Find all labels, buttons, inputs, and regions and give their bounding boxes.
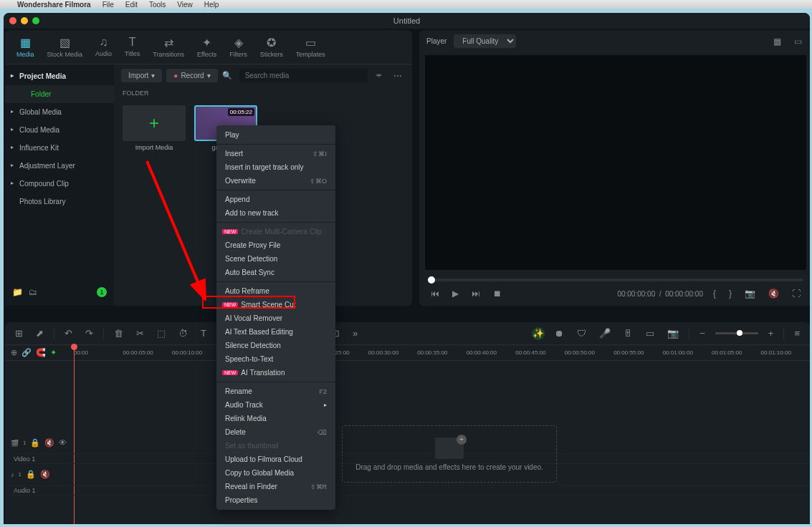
- menu-smart-scene-cut[interactable]: NEWSmart Scene Cut: [216, 298, 335, 311]
- ai-button[interactable]: ✨: [532, 327, 545, 340]
- sidebar-global-media[interactable]: Global Media: [5, 103, 114, 121]
- magnet-icon[interactable]: 🧲: [36, 348, 46, 357]
- tab-filters[interactable]: ◈Filters: [229, 36, 247, 58]
- timeline-dropzone[interactable]: Drag and drop media and effects here to …: [342, 425, 557, 483]
- close-button[interactable]: [9, 17, 16, 24]
- playback-scrubber[interactable]: [428, 279, 803, 281]
- menu-insert-target[interactable]: Insert in target track only: [216, 160, 335, 174]
- menu-auto-reframe[interactable]: Auto Reframe: [216, 284, 335, 298]
- zoom-slider[interactable]: [715, 332, 758, 334]
- undo-icon[interactable]: ↶: [62, 327, 75, 340]
- mic-icon[interactable]: 🎤: [596, 327, 613, 340]
- volume-icon[interactable]: 🔇: [765, 287, 782, 300]
- zoom-in-icon[interactable]: +: [765, 327, 777, 340]
- display-settings-icon[interactable]: ▭: [791, 35, 805, 48]
- expand-tools-icon[interactable]: »: [350, 327, 360, 340]
- new-folder-icon[interactable]: 📁: [12, 287, 23, 297]
- text-icon[interactable]: T: [198, 327, 209, 340]
- sidebar-project-media[interactable]: Project Media: [5, 67, 114, 85]
- maximize-button[interactable]: [32, 17, 39, 24]
- track-add-icon[interactable]: ⊕: [11, 348, 17, 357]
- crop-icon[interactable]: ⬚: [154, 327, 168, 340]
- menu-upload-cloud[interactable]: Upload to Filmora Cloud: [216, 453, 335, 466]
- track-link-icon[interactable]: 🔗: [22, 348, 32, 357]
- render-icon[interactable]: ▭: [643, 327, 657, 340]
- menu-help[interactable]: Help: [204, 1, 219, 9]
- tab-templates[interactable]: ▭Templates: [296, 36, 325, 58]
- new-bin-icon[interactable]: 🗂: [29, 287, 37, 297]
- menu-reveal-finder[interactable]: Reveal in Finder⇧⌘R: [216, 480, 335, 493]
- split-icon[interactable]: ✂: [133, 327, 147, 340]
- timeline-ruler[interactable]: ⊕ 🔗 🧲 ✦ 00:00 00:00:05:00 00:00:10:00 00…: [5, 345, 810, 361]
- menu-ai-translation[interactable]: NEWAI Translation: [216, 366, 335, 379]
- snapshot-icon[interactable]: 📷: [742, 287, 758, 300]
- mute-icon[interactable]: 🔇: [40, 470, 50, 479]
- tab-titles[interactable]: TTitles: [125, 36, 140, 58]
- menu-rename[interactable]: RenameF2: [216, 385, 335, 398]
- filter-icon[interactable]: ⫧: [372, 69, 386, 82]
- menu-play[interactable]: Play: [216, 128, 335, 142]
- speed-icon[interactable]: ⏱: [176, 327, 191, 340]
- menu-copy-global[interactable]: Copy to Global Media: [216, 466, 335, 480]
- menu-view[interactable]: View: [177, 1, 193, 9]
- sidebar-cloud-media[interactable]: Cloud Media: [5, 121, 114, 139]
- visible-icon[interactable]: 👁: [59, 438, 67, 448]
- preview-viewport[interactable]: [425, 55, 806, 270]
- menu-tools[interactable]: Tools: [149, 1, 166, 9]
- menu-properties[interactable]: Properties: [216, 493, 335, 507]
- tab-media[interactable]: ▦Media: [16, 36, 34, 58]
- menu-delete[interactable]: Delete⌫: [216, 425, 335, 439]
- menu-ai-text-editing[interactable]: AI Text Based Editing: [216, 325, 335, 339]
- menu-silence-detection[interactable]: Silence Detection: [216, 339, 335, 352]
- tab-stickers[interactable]: ✪Stickers: [260, 36, 283, 58]
- menu-relink-media[interactable]: Relink Media: [216, 412, 335, 425]
- app-name[interactable]: Wondershare Filmora: [17, 1, 91, 9]
- play-button[interactable]: ▶: [449, 287, 462, 300]
- shield-icon[interactable]: 🛡: [574, 327, 589, 340]
- sidebar-folder[interactable]: Folder: [5, 85, 114, 103]
- fullscreen-icon[interactable]: ⛶: [789, 287, 803, 300]
- tab-audio[interactable]: ♫Audio: [95, 36, 112, 58]
- tab-effects[interactable]: ✦Effects: [197, 36, 216, 58]
- menu-auto-beat-sync[interactable]: Auto Beat Sync: [216, 266, 335, 279]
- menu-insert[interactable]: Insert⇧⌘I: [216, 147, 335, 160]
- import-media-tile[interactable]: + Import Media: [123, 105, 186, 151]
- next-frame-button[interactable]: ⏭: [469, 287, 483, 300]
- mark-out-icon[interactable]: }: [726, 287, 735, 300]
- minimize-button[interactable]: [21, 17, 28, 24]
- pointer-icon[interactable]: ⬈: [33, 327, 47, 340]
- tab-transitions[interactable]: ⇄Transitions: [153, 36, 184, 58]
- compare-view-icon[interactable]: ▦: [770, 35, 784, 48]
- layout-icon[interactable]: ⊞: [12, 327, 26, 340]
- menu-append[interactable]: Append: [216, 193, 335, 206]
- redo-icon[interactable]: ↷: [82, 327, 96, 340]
- more-icon[interactable]: ⋯: [391, 69, 405, 82]
- sidebar-adjustment-layer[interactable]: Adjustment Layer: [5, 157, 114, 175]
- tab-stock-media[interactable]: ▧Stock Media: [47, 36, 83, 58]
- notification-badge[interactable]: 1: [97, 287, 107, 297]
- stop-button[interactable]: ⏹: [490, 287, 505, 300]
- record-button[interactable]: ● Record ▾: [166, 69, 217, 82]
- menu-edit[interactable]: Edit: [125, 1, 138, 9]
- snap-icon[interactable]: ✦: [50, 348, 57, 357]
- menu-ai-vocal-remover[interactable]: AI Vocal Remover: [216, 311, 335, 325]
- mute-icon[interactable]: 🔇: [44, 438, 54, 448]
- zoom-out-icon[interactable]: −: [697, 327, 708, 340]
- snapshot2-icon[interactable]: 📷: [664, 327, 682, 340]
- quality-dropdown[interactable]: Full Quality: [454, 34, 516, 48]
- menu-proxy[interactable]: Create Proxy File: [216, 238, 335, 252]
- menu-speech-to-text[interactable]: Speech-to-Text: [216, 352, 335, 366]
- menu-file[interactable]: File: [102, 1, 114, 9]
- menu-add-new-track[interactable]: Add to new track: [216, 206, 335, 220]
- mixer-icon[interactable]: 🎚: [621, 327, 636, 340]
- import-button[interactable]: Import ▾: [121, 69, 162, 82]
- mark-in-icon[interactable]: {: [710, 287, 719, 300]
- view-options-icon[interactable]: ≡: [791, 327, 803, 340]
- prev-frame-button[interactable]: ⏮: [428, 287, 442, 300]
- menu-audio-track[interactable]: Audio Track▸: [216, 398, 335, 412]
- sidebar-influence-kit[interactable]: Influence Kit: [5, 139, 114, 157]
- sidebar-photos-library[interactable]: Photos Library: [5, 193, 114, 211]
- lock-icon[interactable]: 🔒: [30, 438, 40, 448]
- delete-icon[interactable]: 🗑: [111, 327, 126, 340]
- lock-icon[interactable]: 🔒: [26, 470, 36, 479]
